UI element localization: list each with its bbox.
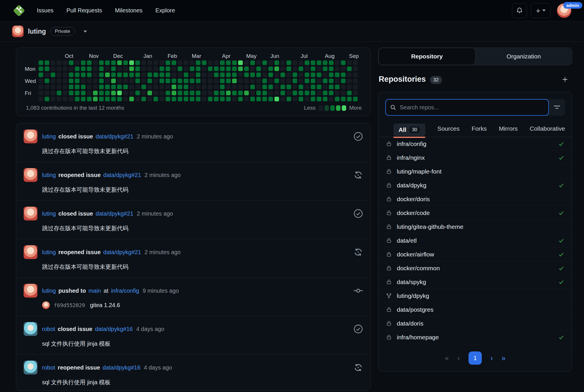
heat-cell[interactable] bbox=[226, 85, 231, 89]
heat-cell[interactable] bbox=[244, 73, 249, 77]
heat-cell[interactable] bbox=[117, 60, 122, 65]
heat-cell[interactable] bbox=[51, 91, 55, 95]
heat-cell[interactable] bbox=[305, 66, 309, 71]
heat-cell[interactable] bbox=[353, 66, 358, 71]
heat-cell[interactable] bbox=[280, 97, 285, 101]
heat-cell[interactable] bbox=[87, 60, 92, 65]
target-link[interactable]: data/dpykg#21 bbox=[103, 172, 141, 178]
heat-cell[interactable] bbox=[208, 66, 213, 71]
heat-cell[interactable] bbox=[196, 60, 200, 65]
repo-name-link[interactable]: data/dpykg bbox=[397, 182, 426, 189]
heat-cell[interactable] bbox=[250, 91, 255, 95]
heat-cell[interactable] bbox=[287, 66, 291, 71]
heat-cell[interactable] bbox=[250, 66, 255, 71]
heat-cell[interactable] bbox=[208, 60, 213, 65]
heat-cell[interactable] bbox=[226, 66, 231, 71]
heat-cell[interactable] bbox=[232, 60, 237, 65]
heat-cell[interactable] bbox=[280, 91, 285, 95]
heat-cell[interactable] bbox=[178, 73, 182, 77]
heat-cell[interactable] bbox=[147, 97, 152, 101]
heat-cell[interactable] bbox=[69, 66, 73, 71]
heat-cell[interactable] bbox=[250, 73, 255, 77]
heat-cell[interactable] bbox=[329, 85, 333, 89]
branch-link[interactable]: main bbox=[88, 288, 101, 294]
create-new-button[interactable]: + bbox=[531, 3, 551, 18]
heat-cell[interactable] bbox=[39, 91, 43, 95]
heat-cell[interactable] bbox=[353, 60, 358, 65]
heat-cell[interactable] bbox=[329, 73, 333, 77]
heat-cell[interactable] bbox=[305, 73, 309, 77]
filter-tab[interactable]: Forks bbox=[472, 125, 487, 137]
heat-cell[interactable] bbox=[262, 97, 267, 101]
heat-cell[interactable] bbox=[299, 66, 303, 71]
heat-cell[interactable] bbox=[256, 91, 261, 95]
heat-cell[interactable] bbox=[305, 60, 309, 65]
heat-cell[interactable] bbox=[323, 97, 327, 101]
heat-cell[interactable] bbox=[311, 97, 315, 101]
notifications-button[interactable] bbox=[512, 3, 527, 18]
heat-cell[interactable] bbox=[69, 79, 73, 83]
heat-cell[interactable] bbox=[93, 79, 98, 83]
actor-link[interactable]: luting bbox=[42, 133, 56, 140]
actor-link[interactable]: luting bbox=[42, 172, 56, 178]
heat-cell[interactable] bbox=[299, 85, 303, 89]
heat-cell[interactable] bbox=[45, 97, 49, 101]
heat-cell[interactable] bbox=[274, 66, 279, 71]
heat-cell[interactable] bbox=[317, 79, 321, 83]
heat-cell[interactable] bbox=[75, 79, 79, 83]
actor-avatar[interactable] bbox=[24, 130, 37, 143]
actor-avatar[interactable] bbox=[24, 322, 37, 336]
repo-name-link[interactable]: luting/dpykg bbox=[397, 292, 429, 299]
heat-cell[interactable] bbox=[323, 66, 327, 71]
heat-cell[interactable] bbox=[341, 91, 346, 95]
heat-cell[interactable] bbox=[81, 73, 86, 77]
heat-cell[interactable] bbox=[311, 60, 315, 65]
heat-cell[interactable] bbox=[317, 66, 321, 71]
heat-cell[interactable] bbox=[280, 60, 285, 65]
heat-cell[interactable] bbox=[63, 73, 67, 77]
heat-cell[interactable] bbox=[347, 79, 352, 83]
heat-cell[interactable] bbox=[256, 97, 261, 101]
heat-cell[interactable] bbox=[220, 85, 225, 89]
heat-cell[interactable] bbox=[69, 85, 73, 89]
heat-cell[interactable] bbox=[202, 91, 206, 95]
new-repository-button[interactable] bbox=[561, 76, 569, 83]
heat-cell[interactable] bbox=[335, 73, 340, 77]
heat-cell[interactable] bbox=[129, 97, 134, 101]
heat-cell[interactable] bbox=[317, 73, 321, 77]
heat-cell[interactable] bbox=[147, 85, 152, 89]
actor-link[interactable]: luting bbox=[42, 249, 56, 256]
heat-cell[interactable] bbox=[141, 66, 146, 71]
heat-cell[interactable] bbox=[220, 91, 225, 95]
heat-cell[interactable] bbox=[63, 79, 67, 83]
heat-cell[interactable] bbox=[244, 85, 249, 89]
heat-cell[interactable] bbox=[160, 91, 164, 95]
heat-cell[interactable] bbox=[190, 79, 194, 83]
heat-cell[interactable] bbox=[166, 66, 170, 71]
heat-cell[interactable] bbox=[238, 79, 243, 83]
heat-cell[interactable] bbox=[329, 97, 333, 101]
heat-cell[interactable] bbox=[238, 97, 243, 101]
repo-name-link[interactable]: luting/maple-font bbox=[397, 168, 441, 175]
heat-cell[interactable] bbox=[250, 79, 255, 83]
heat-cell[interactable] bbox=[147, 79, 152, 83]
target-link[interactable]: data/dpykg#16 bbox=[103, 364, 140, 371]
actor-avatar[interactable] bbox=[24, 207, 37, 220]
heat-cell[interactable] bbox=[105, 91, 110, 95]
heat-cell[interactable] bbox=[129, 73, 134, 77]
heat-cell[interactable] bbox=[63, 66, 67, 71]
heat-cell[interactable] bbox=[299, 73, 303, 77]
heat-cell[interactable] bbox=[311, 79, 315, 83]
heat-cell[interactable] bbox=[299, 60, 303, 65]
heat-cell[interactable] bbox=[172, 97, 176, 101]
heat-cell[interactable] bbox=[129, 66, 134, 71]
heat-cell[interactable] bbox=[81, 91, 86, 95]
heat-cell[interactable] bbox=[75, 97, 79, 101]
heat-cell[interactable] bbox=[202, 60, 206, 65]
heat-cell[interactable] bbox=[293, 73, 297, 77]
repo-row[interactable]: infra/homepage bbox=[378, 330, 572, 344]
heat-cell[interactable] bbox=[190, 60, 194, 65]
heat-cell[interactable] bbox=[353, 73, 358, 77]
heat-cell[interactable] bbox=[45, 60, 49, 65]
repo-row[interactable]: data/doris bbox=[378, 317, 572, 330]
